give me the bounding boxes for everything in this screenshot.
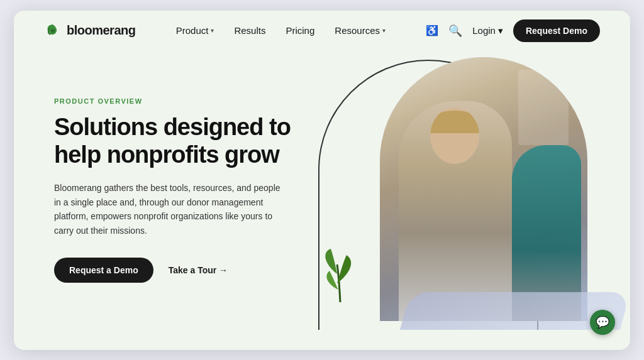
nav-item-product[interactable]: Product ▾ bbox=[176, 25, 214, 36]
chat-bubble-button[interactable]: 💬 bbox=[590, 310, 615, 335]
chevron-down-icon: ▾ bbox=[211, 27, 214, 34]
request-demo-nav-button[interactable]: Request Demo bbox=[513, 19, 600, 42]
arch-photo-container bbox=[361, 57, 600, 327]
person-main-silhouette bbox=[399, 101, 512, 321]
hero-buttons: Request a Demo Take a Tour → bbox=[54, 258, 298, 283]
logo-text: bloomerang bbox=[67, 23, 135, 38]
eyebrow-label: PRODUCT OVERVIEW bbox=[54, 97, 298, 105]
chat-icon: 💬 bbox=[596, 315, 609, 329]
take-tour-link[interactable]: Take a Tour → bbox=[169, 265, 228, 275]
chevron-down-icon: ▾ bbox=[382, 27, 386, 34]
hero-section: PRODUCT OVERVIEW Solutions designed to h… bbox=[14, 51, 630, 350]
person-hair bbox=[430, 111, 479, 133]
navbar: bloomerang Product ▾ Results Pricing Res… bbox=[14, 11, 630, 51]
logo-icon bbox=[44, 22, 62, 40]
chevron-down-icon: ▾ bbox=[498, 25, 503, 36]
browser-frame: bloomerang Product ▾ Results Pricing Res… bbox=[14, 11, 630, 350]
arch-photo bbox=[380, 57, 587, 321]
plant-svg bbox=[312, 239, 369, 308]
photo-background bbox=[380, 57, 587, 321]
person-head bbox=[430, 107, 479, 164]
nav-links: Product ▾ Results Pricing Resources ▾ bbox=[176, 25, 386, 36]
svg-point-0 bbox=[51, 29, 55, 33]
search-icon[interactable]: 🔍 bbox=[448, 24, 462, 38]
nav-actions: ♿ 🔍 Login ▾ Request Demo bbox=[426, 19, 600, 42]
nav-item-resources[interactable]: Resources ▾ bbox=[335, 25, 386, 36]
window-bg bbox=[518, 70, 569, 145]
hero-content: PRODUCT OVERVIEW Solutions designed to h… bbox=[54, 51, 318, 330]
accessibility-icon[interactable]: ♿ bbox=[426, 25, 438, 36]
plant-decoration bbox=[312, 239, 369, 311]
hero-image-area bbox=[318, 51, 600, 330]
hero-description: Bloomerang gathers the best tools, resou… bbox=[54, 181, 280, 237]
request-demo-hero-button[interactable]: Request a Demo bbox=[54, 258, 153, 283]
hero-title: Solutions designed to help nonprofits gr… bbox=[54, 114, 298, 168]
nav-item-results[interactable]: Results bbox=[234, 25, 265, 36]
login-button[interactable]: Login ▾ bbox=[472, 25, 503, 36]
logo-area[interactable]: bloomerang bbox=[44, 22, 135, 40]
nav-item-pricing[interactable]: Pricing bbox=[286, 25, 314, 36]
